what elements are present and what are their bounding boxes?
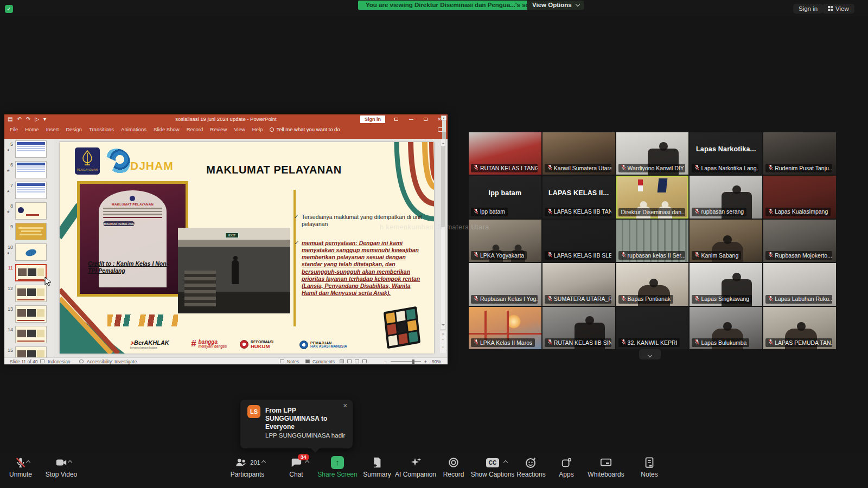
video-options-chevron[interactable] (68, 460, 72, 465)
accessibility-label[interactable]: Accessibility: Investigate (87, 359, 137, 364)
language-icon[interactable] (40, 359, 44, 363)
notes-button[interactable]: Notes (625, 455, 674, 478)
ribbon-tab-review[interactable]: Review (210, 126, 227, 132)
mic-muted-icon (768, 296, 773, 303)
toast-title: From LPP SUNGGUMINASA to Everyone (265, 407, 341, 431)
grid-scroll-down-button[interactable] (639, 349, 661, 359)
language-label[interactable]: Indonesian (48, 359, 71, 364)
slide-canvas: PENGAYOMAN DJHAM MAKLUMAT PELAYANAN MAKL… (60, 142, 434, 354)
slide-thumbnail-15[interactable]: 15 (4, 345, 54, 358)
participant-tile-6[interactable]: lpp batamlpp batam (469, 176, 541, 218)
notes-toggle[interactable]: Notes (287, 359, 299, 364)
participants-chevron[interactable] (261, 460, 266, 465)
thumbnail-number: 7 (5, 183, 13, 188)
restore-icon[interactable] (422, 116, 429, 123)
participant-tile-14[interactable]: Kanim Sabang (690, 220, 762, 262)
participant-tile-3[interactable]: Wardiyono Kanwil DIY (616, 132, 689, 175)
ribbon-tab-view[interactable]: View (234, 126, 245, 132)
zoom-slider-thumb[interactable] (412, 359, 414, 364)
participant-tile-10[interactable]: Lapas Kualasimpang (763, 176, 836, 218)
slide-thumbnail-13[interactable]: 13 (4, 304, 54, 324)
slide-thumbnail-6[interactable]: 6★ (4, 160, 54, 180)
zoom-slider[interactable] (391, 361, 421, 362)
normal-view-icon[interactable] (340, 359, 344, 363)
slide-thumbnail-5[interactable]: 5★ (4, 139, 54, 159)
zoom-percent[interactable]: 90% (432, 359, 441, 364)
participants-button[interactable]: 201 Participants (223, 455, 272, 478)
thumbnail-preview (15, 326, 47, 343)
slide-scrollbar[interactable] (440, 139, 446, 330)
slide-thumbnail-7[interactable]: 7★ (4, 181, 54, 201)
participant-tile-9[interactable]: rupbasan serang (690, 176, 762, 218)
participant-tile-22[interactable]: RUTAN KELAS IIB SIN... (542, 307, 615, 349)
participant-name-label: lpp batam (471, 208, 508, 216)
slide-sorter-icon[interactable] (347, 359, 352, 363)
participant-tile-1[interactable]: RUTAN KELAS I TANG... (469, 132, 541, 175)
participant-tile-4[interactable]: Lapas Narkotika...Lapas Narkotika Lang..… (690, 132, 762, 175)
record-icon (448, 457, 459, 468)
comments-icon[interactable] (305, 359, 310, 363)
notes-icon[interactable] (280, 359, 284, 363)
powerpoint-window: ▤ ↶ ↷ ▷ ▾ sosialisasi 19 juni 2024 updat… (4, 114, 448, 364)
participant-tile-18[interactable]: Bapas Pontianak (616, 263, 689, 305)
slideshow-view-icon[interactable] (362, 359, 367, 363)
animation-star-icon: ★ (7, 210, 10, 214)
view-button[interactable]: View (822, 4, 854, 14)
toast-close-icon[interactable]: ✕ (343, 402, 348, 409)
ribbon-tab-slide-show[interactable]: Slide Show (154, 126, 180, 132)
ribbon-options-icon[interactable] (392, 116, 400, 123)
participant-tile-8[interactable]: Direktur Diseminasi dan... (616, 176, 689, 218)
mic-options-chevron[interactable] (26, 460, 30, 465)
participant-tile-5[interactable]: Rudenim Pusat Tanju... (763, 132, 836, 175)
zoom-out-button[interactable]: − (384, 359, 387, 364)
thumbnail-panel-collapse-icon[interactable]: ▾ (441, 115, 446, 120)
participant-tile-20[interactable]: Lapas Labuhan Ruku... (763, 263, 836, 305)
slide-thumbnail-8[interactable]: 8★ (4, 201, 54, 221)
ribbon-tab-animations[interactable]: Animations (121, 126, 146, 132)
slide-thumbnail-14[interactable]: 14 (4, 325, 54, 345)
stop-video-button[interactable]: Stop Video (37, 455, 86, 478)
participant-tile-15[interactable]: Rupbasan Mojokerto... (763, 220, 836, 262)
participant-tile-21[interactable]: LPKA Kelas II Maros (469, 307, 541, 349)
chat-unread-badge: 34 (298, 454, 309, 460)
screen-watermark: h kemenkumham Sumatera Utara (380, 223, 489, 231)
sign-in-button[interactable]: Sign in (793, 4, 823, 14)
ribbon-tab-transitions[interactable]: Transitions (89, 126, 114, 132)
ribbon-tab-file[interactable]: File (10, 126, 18, 132)
participant-tile-19[interactable]: Lapas Singkawang (690, 263, 762, 305)
ribbon-tab-record[interactable]: Record (187, 126, 203, 132)
participant-tile-12[interactable]: LAPAS KELAS IIB SLE... (542, 220, 615, 262)
minimize-icon[interactable] (407, 116, 415, 123)
previous-next-slide-buttons[interactable]: ≡⌃⌄ (440, 331, 446, 353)
ribbon-tab-design[interactable]: Design (66, 126, 82, 132)
chat-chevron[interactable] (305, 460, 309, 465)
participant-tile-2[interactable]: Kanwil Sumatera Utara (542, 132, 615, 175)
participant-tile-17[interactable]: SUMATERA UTARA_R... (542, 263, 615, 305)
thumbnail-preview (15, 243, 47, 261)
participant-tile-25[interactable]: LAPAS PEMUDA TAN... (763, 307, 836, 349)
ribbon-tab-home[interactable]: Home (25, 126, 39, 132)
participant-name-label: LAPAS KELAS IIB TANJ... (545, 208, 611, 216)
view-options-button[interactable]: View Options (527, 1, 584, 10)
ppt-sign-in-button[interactable]: Sign in (360, 115, 385, 123)
comments-toggle[interactable]: Comments (312, 359, 335, 364)
participant-tile-13[interactable]: rupbasan kelas II Ser... (616, 220, 689, 262)
participant-tile-24[interactable]: Lapas Bulukumba (690, 307, 762, 349)
accessibility-icon[interactable] (79, 359, 84, 363)
ribbon-tab-insert[interactable]: Insert (46, 126, 59, 132)
participant-tile-7[interactable]: LAPAS KELAS II...LAPAS KELAS IIB TANJ... (542, 176, 615, 218)
berakhlak-logo: ᚛BerAKHLAK bersama bangun budaya (130, 339, 169, 349)
ribbon-tab-help[interactable]: Help (252, 126, 263, 132)
reading-view-icon[interactable] (355, 359, 359, 363)
zoom-in-button[interactable]: + (424, 359, 427, 364)
animation-star-icon: ★ (7, 148, 10, 152)
participant-name-label: Lapas Kualasimpang (765, 208, 831, 216)
chevron-down-icon (575, 2, 579, 7)
slide-thumbnail-9[interactable]: 9 (4, 222, 54, 242)
participant-tile-16[interactable]: Rupbasan Kelas I Yog... (469, 263, 541, 305)
tell-me-box[interactable]: Tell me what you want to do (270, 126, 340, 132)
chat-notification-toast[interactable]: LS From LPP SUNGGUMINASA to Everyone LPP… (240, 400, 353, 448)
whiteboards-button[interactable]: Whiteboards (582, 455, 630, 478)
slide-thumbnail-10[interactable]: 10★ (4, 242, 54, 262)
participant-tile-23[interactable]: 32. KANWIL KEPRI (616, 307, 689, 349)
